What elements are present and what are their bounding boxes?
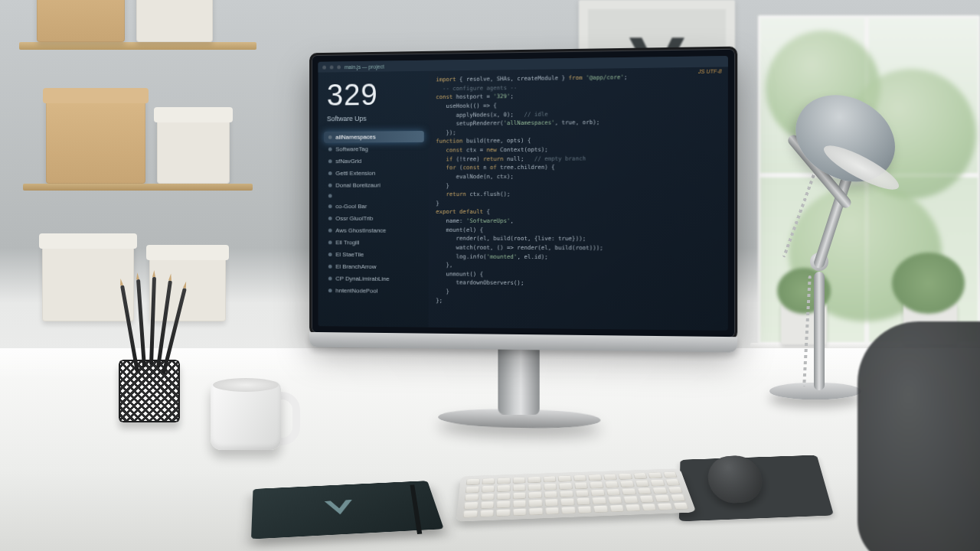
keyboard-key	[622, 488, 636, 495]
keyboard-key	[577, 506, 592, 514]
keyboard-key	[512, 500, 526, 507]
keyboard-key	[544, 499, 559, 507]
sidebar-item[interactable]: Ossr GluolTrib	[324, 213, 424, 224]
keyboard-key	[529, 507, 544, 515]
keyboard-key	[590, 481, 604, 488]
keyboard-key	[544, 484, 557, 491]
keyboard-key	[593, 505, 609, 513]
keyboard-key	[497, 493, 511, 500]
keyboard-key	[625, 504, 640, 511]
bullet-icon	[328, 194, 332, 197]
office-chair	[858, 321, 980, 551]
keyboard-key	[652, 487, 668, 494]
keyboard-key	[670, 494, 686, 501]
sidebar-item[interactable]	[324, 191, 424, 200]
keyboard-key	[574, 482, 588, 489]
keyboard-key	[544, 491, 557, 497]
sidebar-item[interactable]: Donal Borelizauri	[324, 179, 424, 191]
bullet-icon	[328, 265, 332, 269]
keyboard-key	[528, 477, 541, 484]
keyboard-key	[512, 492, 526, 499]
v-logo-icon	[321, 497, 359, 519]
code-line: name: 'SoftwareUps',	[436, 217, 720, 226]
code-line: render(el, build(root, {live: true}));	[436, 234, 720, 244]
bullet-icon	[328, 135, 332, 139]
code-line: return ctx.flush();	[436, 190, 720, 199]
keyboard-key	[639, 495, 654, 503]
sidebar-item-label: Donal Borelizauri	[335, 182, 380, 189]
sidebar-item[interactable]: Aws GhostInstance	[324, 225, 424, 236]
editor-sidebar: 329 Software Ups allNamespacesSoftwareTa…	[318, 60, 428, 328]
bullet-icon	[328, 229, 332, 233]
bullet-icon	[328, 148, 332, 152]
keyboard-key	[607, 497, 622, 504]
keyboard-key	[604, 481, 619, 488]
bullet-icon	[328, 240, 332, 244]
keyboard-key	[481, 485, 495, 492]
desk-lamp-pole	[814, 272, 825, 390]
keyboard-key	[623, 496, 639, 504]
keyboard-key	[496, 500, 510, 508]
code-line: export default {	[436, 207, 720, 217]
sidebar-item-label: Ossr GluolTrib	[335, 215, 373, 222]
keyboard-key	[481, 494, 495, 500]
keyboard-key	[543, 476, 557, 483]
sidebar-item-label: co-Gool Bar	[335, 203, 367, 210]
keyboard-key	[590, 489, 605, 496]
monitor-bezel: main.js — project JS UTF-8 329 Software …	[309, 47, 737, 341]
keyboard-key	[497, 485, 510, 492]
window-control-icon	[322, 65, 326, 69]
plant	[892, 253, 965, 314]
code-editor-pane: import { resolve, SHAs, createModule } f…	[429, 56, 728, 331]
keyboard-key	[559, 483, 573, 490]
keyboard-key	[635, 480, 649, 487]
code-line: mount(el) {	[436, 226, 720, 235]
sidebar-item[interactable]: Ell Trogill	[324, 236, 424, 248]
sidebar-item[interactable]: El StaeTile	[324, 249, 424, 260]
keyboard	[456, 468, 697, 521]
mug-rim	[213, 378, 279, 392]
keyboard-key	[561, 507, 576, 514]
keyboard-key	[496, 509, 510, 517]
sidebar-item[interactable]: CP DynaLimirabLine	[324, 273, 424, 285]
sidebar-item-label: SoftwareTag	[335, 145, 368, 152]
code-line: };	[436, 296, 720, 308]
keyboard-key	[588, 474, 602, 481]
keyboard-key	[480, 501, 494, 509]
sidebar-item[interactable]: hntentNodePool	[324, 285, 424, 297]
code-line: }	[436, 181, 720, 191]
sidebar-item-label: sfNavGrid	[335, 158, 361, 165]
keyboard-key	[560, 498, 575, 506]
window-control-icon	[337, 65, 341, 69]
keyboard-key	[497, 478, 510, 484]
keyboard-key	[465, 494, 479, 500]
sidebar-number: 329	[327, 77, 421, 112]
sidebar-item[interactable]: sfNavGrid	[324, 155, 424, 167]
keyboard-key	[479, 510, 494, 517]
keyboard-key	[512, 508, 526, 516]
pencil-cup	[119, 360, 180, 422]
sidebar-item[interactable]: allNamespaces	[324, 131, 424, 143]
keyboard-key	[648, 472, 662, 479]
keyboard-key	[655, 494, 670, 502]
sidebar-item[interactable]: El BranchArrow	[324, 261, 424, 272]
keyboard-key	[592, 497, 606, 504]
bullet-icon	[328, 253, 332, 256]
sidebar-item[interactable]: co-Gool Bar	[324, 201, 424, 212]
sidebar-label: Software Ups	[327, 114, 421, 122]
sidebar-item-label: Aws GhostInstance	[335, 227, 386, 234]
keyboard-key	[668, 487, 683, 494]
keyboard-key	[603, 474, 618, 481]
window-title: main.js — project	[345, 64, 384, 70]
keyboard-key	[463, 510, 478, 517]
sidebar-item[interactable]: SoftwareTag	[324, 143, 424, 155]
bullet-icon	[328, 159, 332, 163]
keyboard-key	[528, 500, 542, 507]
bullet-icon	[328, 289, 332, 292]
keyboard-key	[673, 502, 689, 510]
keyboard-key	[619, 481, 634, 487]
sidebar-item[interactable]: Gettl Extension	[324, 168, 424, 179]
sidebar-item-label: El BranchArrow	[335, 263, 376, 270]
keyboard-key	[528, 484, 541, 491]
sidebar-item-label: CP DynaLimirabLine	[335, 276, 389, 282]
